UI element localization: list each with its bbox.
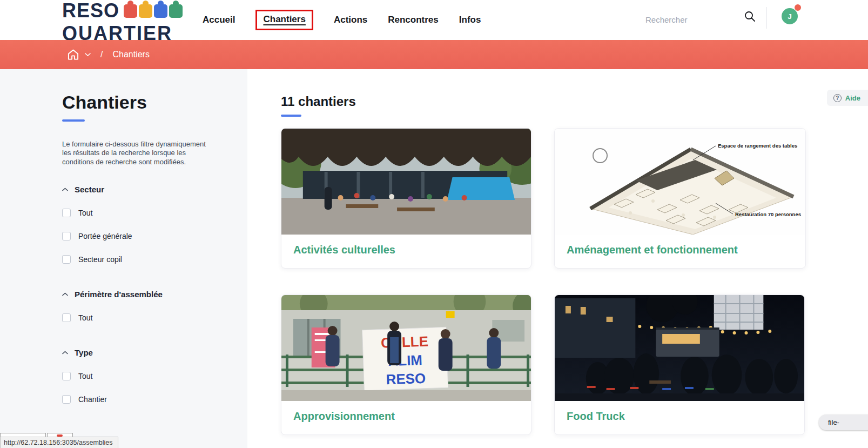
filter-group-label: Type <box>75 348 93 357</box>
filter-option-tout[interactable]: Tout <box>62 209 221 217</box>
filter-option-label: Tout <box>78 209 92 217</box>
card-title[interactable]: Approvisionnement <box>281 401 531 432</box>
filter-option-label: Secteur copil <box>78 255 122 264</box>
filter-group-secteur-toggle[interactable]: Secteur <box>62 185 221 194</box>
page-title: Chantiers <box>62 92 221 113</box>
notification-dot <box>795 4 801 11</box>
search-icon <box>744 10 756 22</box>
results-count-heading: 11 chantiers <box>281 94 356 109</box>
nav-item-infos[interactable]: Infos <box>459 15 481 25</box>
help-label: Aide <box>845 94 860 102</box>
checkbox-icon[interactable] <box>62 255 71 264</box>
filters-description: Le formulaire ci-dessous filtre dynamiqu… <box>62 140 211 166</box>
help-button[interactable]: Aide <box>827 90 868 106</box>
puzzle-piece-yellow-icon <box>139 4 152 18</box>
status-bar-url: http://62.72.18.156:3035/assemblies <box>0 437 118 448</box>
checkbox-icon[interactable] <box>62 395 71 404</box>
card-food-truck[interactable]: Food Truck <box>554 295 805 435</box>
breadcrumb-home-link[interactable] <box>67 49 79 61</box>
chevron-up-icon <box>62 292 68 296</box>
puzzle-piece-blue-icon <box>154 4 167 18</box>
checkbox-icon[interactable] <box>62 232 71 240</box>
puzzle-piece-red-icon <box>124 4 137 18</box>
home-icon <box>67 49 79 61</box>
site-header: RESO QUARTIER Accueil Chantiers Actions … <box>0 0 868 40</box>
filter-group-perimetre-toggle[interactable]: Périmètre d'assemblée <box>62 290 221 299</box>
filter-option-tout[interactable]: Tout <box>62 372 221 380</box>
file-tooltip: file- <box>819 414 868 430</box>
architectural-axonometric-drawing-image: Espace de rangement des tables Restaurat… <box>555 129 805 235</box>
checkbox-icon[interactable] <box>62 372 71 380</box>
search-input[interactable] <box>645 10 735 29</box>
nav-item-rencontres[interactable]: Rencontres <box>388 15 439 25</box>
site-logo[interactable]: RESO QUARTIER <box>62 1 186 40</box>
card-title[interactable]: Aménagement et fonctionnement <box>555 235 805 265</box>
drawing-annotation-storage: Espace de rangement des tables <box>718 143 797 149</box>
user-menu[interactable]: J <box>782 6 805 26</box>
breadcrumb-separator: / <box>100 50 103 59</box>
filter-option-label: Chantier <box>78 395 107 404</box>
avatar[interactable]: J <box>782 8 798 24</box>
drawing-annotation-restauration: Restauration 70 personnes <box>735 211 801 217</box>
card-activites-culturelles[interactable]: Activités culturelles <box>281 128 531 269</box>
card-amenagement-et-fonctionnement[interactable]: Espace de rangement des tables Restaurat… <box>554 128 806 269</box>
filters-sidebar: Chantiers Le formulaire ci-dessous filtr… <box>0 69 247 448</box>
filter-option-label: Tout <box>78 313 92 322</box>
checkbox-icon[interactable] <box>62 209 71 217</box>
filter-group-secteur: Secteur Tout Portée générale Secteur cop… <box>62 185 221 264</box>
chevron-up-icon <box>62 188 68 191</box>
results-accent-bar <box>281 115 301 117</box>
chevron-down-icon <box>85 52 91 57</box>
breadcrumb-dropdown-toggle[interactable] <box>85 52 91 57</box>
filter-group-perimetre: Périmètre d'assemblée Tout <box>62 290 221 322</box>
night-food-truck-image <box>555 295 804 401</box>
filter-option-secteur-copil[interactable]: Secteur copil <box>62 255 221 264</box>
filter-option-label: Portée générale <box>78 232 132 240</box>
nav-item-actions[interactable]: Actions <box>334 15 367 25</box>
filter-option-tout[interactable]: Tout <box>62 313 221 322</box>
filter-group-type: Type Tout Chantier <box>62 348 221 404</box>
circled-question-icon <box>833 94 842 102</box>
filter-option-chantier[interactable]: Chantier <box>62 395 221 404</box>
title-accent-bar <box>62 119 85 122</box>
checkbox-icon[interactable] <box>62 313 71 322</box>
filter-group-type-toggle[interactable]: Type <box>62 348 221 357</box>
breadcrumb: / Chantiers <box>0 40 868 69</box>
logo-text-line2: QUARTIER <box>62 24 186 40</box>
logo-text-line1: RESO <box>62 1 119 21</box>
search-button[interactable] <box>741 8 758 25</box>
nav-item-accueil[interactable]: Accueil <box>203 15 235 25</box>
food-collection-volunteers-image: COLLE ALIM RESO <box>281 295 531 401</box>
filter-group-label: Périmètre d'assemblée <box>75 290 163 299</box>
results-area: 11 chantiers Aide <box>247 69 868 448</box>
card-title[interactable]: Activités culturelles <box>281 235 531 265</box>
main-nav: Accueil Chantiers Actions Rencontres Inf… <box>203 0 481 40</box>
header-divider <box>766 7 766 29</box>
filter-option-portee-generale[interactable]: Portée générale <box>62 232 221 240</box>
annotation-highlight-box: Chantiers <box>255 10 313 30</box>
card-approvisionnement[interactable]: COLLE ALIM RESO Approvisionnement <box>281 295 531 435</box>
puzzle-piece-green-icon <box>169 4 183 18</box>
outdoor-cultural-event-image <box>281 129 531 235</box>
puzzle-pieces-icon <box>124 4 183 18</box>
filter-option-label: Tout <box>78 372 92 380</box>
card-title[interactable]: Food Truck <box>555 401 804 432</box>
page: RESO QUARTIER Accueil Chantiers Actions … <box>0 0 868 448</box>
banner-word-reso: RESO <box>386 371 426 387</box>
chevron-up-icon <box>62 351 68 355</box>
nav-item-chantiers[interactable]: Chantiers <box>263 14 305 24</box>
breadcrumb-current: Chantiers <box>112 50 149 59</box>
filter-group-label: Secteur <box>75 185 104 194</box>
